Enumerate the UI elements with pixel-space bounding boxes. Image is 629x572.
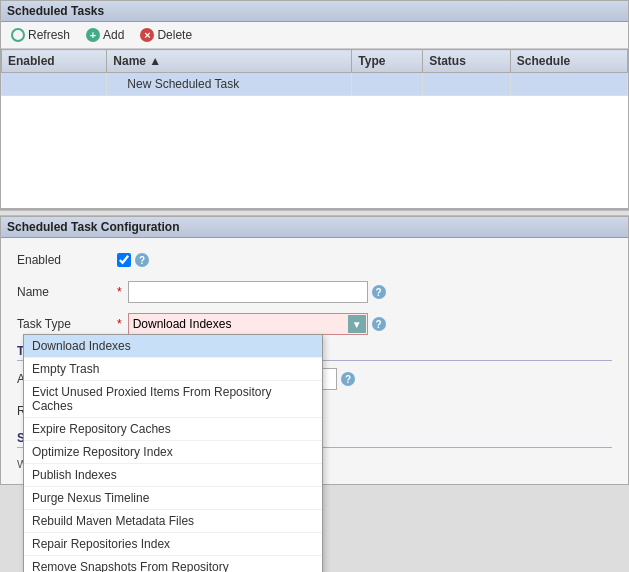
col-type[interactable]: Type xyxy=(352,50,423,73)
task-type-select-wrapper: Download IndexesEmpty TrashEvict Unused … xyxy=(128,313,368,335)
name-label: Name xyxy=(17,285,117,299)
enabled-help-icon[interactable]: ? xyxy=(135,253,149,267)
config-panel-title-text: Scheduled Task Configuration xyxy=(7,220,179,234)
col-schedule[interactable]: Schedule xyxy=(510,50,627,73)
task-type-help-icon[interactable]: ? xyxy=(372,317,386,331)
dropdown-item[interactable]: Remove Snapshots From Repository xyxy=(24,556,322,572)
toolbar: Refresh + Add × Delete xyxy=(1,22,628,49)
config-panel: Scheduled Task Configuration Enabled ? N… xyxy=(0,216,629,485)
dropdown-item[interactable]: Publish Indexes xyxy=(24,464,322,487)
add-button[interactable]: + Add xyxy=(82,26,128,44)
delete-icon: × xyxy=(140,28,154,42)
add-label: Add xyxy=(103,28,124,42)
config-panel-title: Scheduled Task Configuration xyxy=(1,217,628,238)
alert-email-help-icon[interactable]: ? xyxy=(341,372,355,386)
refresh-label: Refresh xyxy=(28,28,70,42)
dropdown-item[interactable]: Evict Unused Proxied Items From Reposito… xyxy=(24,381,322,418)
enabled-label: Enabled xyxy=(17,253,117,267)
dropdown-item[interactable]: Download Indexes xyxy=(24,335,322,358)
task-type-dropdown[interactable]: Download IndexesEmpty TrashEvict Unused … xyxy=(23,334,323,572)
delete-label: Delete xyxy=(157,28,192,42)
enabled-control: ? xyxy=(117,253,612,267)
delete-button[interactable]: × Delete xyxy=(136,26,196,44)
config-body: Enabled ? Name * ? Task Type * Download … xyxy=(1,238,628,484)
dropdown-item[interactable]: Rebuild Maven Metadata Files xyxy=(24,510,322,533)
task-type-label: Task Type xyxy=(17,317,117,331)
name-help-icon[interactable]: ? xyxy=(372,285,386,299)
col-enabled[interactable]: Enabled xyxy=(2,50,107,73)
task-table-area: Enabled Name ▲ Type Status Schedule New … xyxy=(1,49,628,209)
name-row: Name * ? xyxy=(17,280,612,304)
dropdown-item[interactable]: Empty Trash xyxy=(24,358,322,381)
dropdown-item[interactable]: Repair Repositories Index xyxy=(24,533,322,556)
task-table: Enabled Name ▲ Type Status Schedule New … xyxy=(1,49,628,96)
col-status[interactable]: Status xyxy=(423,50,511,73)
enabled-row: Enabled ? xyxy=(17,248,612,272)
task-type-select[interactable]: Download IndexesEmpty TrashEvict Unused … xyxy=(128,313,368,335)
col-name[interactable]: Name ▲ xyxy=(107,50,352,73)
name-required: * xyxy=(117,285,122,299)
refresh-icon xyxy=(11,28,25,42)
dropdown-item[interactable]: Optimize Repository Index xyxy=(24,441,322,464)
top-panel-title: Scheduled Tasks xyxy=(1,1,628,22)
cell-type xyxy=(352,73,423,96)
enabled-checkbox[interactable] xyxy=(117,253,131,267)
table-row[interactable]: New Scheduled Task xyxy=(2,73,628,96)
top-panel-title-text: Scheduled Tasks xyxy=(7,4,104,18)
cell-status xyxy=(423,73,511,96)
name-input[interactable] xyxy=(128,281,368,303)
dropdown-item[interactable]: Expire Repository Caches xyxy=(24,418,322,441)
dropdown-item[interactable]: Purge Nexus Timeline xyxy=(24,487,322,510)
task-type-row: Task Type * Download IndexesEmpty TrashE… xyxy=(17,312,612,336)
task-type-required: * xyxy=(117,317,122,331)
cell-schedule xyxy=(510,73,627,96)
top-panel: Scheduled Tasks Refresh + Add × Delete E… xyxy=(0,0,629,210)
table-header-row: Enabled Name ▲ Type Status Schedule xyxy=(2,50,628,73)
cell-enabled xyxy=(2,73,107,96)
cell-name: New Scheduled Task xyxy=(107,73,352,96)
name-control: * ? xyxy=(117,281,612,303)
refresh-button[interactable]: Refresh xyxy=(7,26,74,44)
task-type-control: * Download IndexesEmpty TrashEvict Unuse… xyxy=(117,313,612,335)
add-icon: + xyxy=(86,28,100,42)
